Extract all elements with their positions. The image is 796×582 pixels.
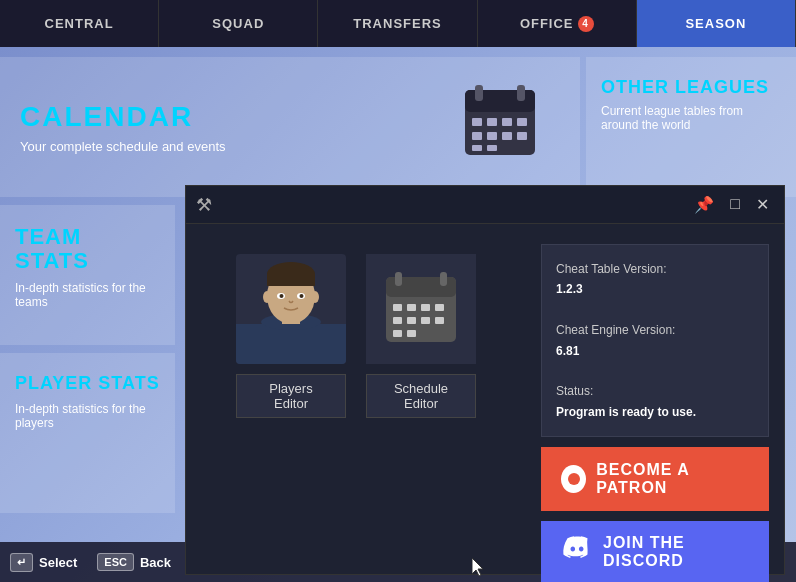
nav-season[interactable]: SEASON — [637, 0, 796, 47]
cheat-engine-version-label: Cheat Engine Version: — [556, 320, 754, 340]
back-label: Back — [140, 555, 171, 570]
calendar-title: CALENDAR — [20, 101, 226, 133]
back-key-icon: ESC — [97, 553, 134, 571]
player-stats-card[interactable]: PLAYER STATS In-depth statistics for the… — [0, 353, 175, 513]
nav-transfers-label: TRANSFERS — [353, 16, 441, 31]
select-btn[interactable]: ↵ Select — [10, 553, 77, 572]
pin-icon[interactable]: 📌 — [689, 193, 719, 216]
svg-point-22 — [280, 294, 284, 298]
top-navigation: CENTRAL SQUAD TRANSFERS OFFICE 4 SEASON — [0, 0, 796, 47]
calendar-subtitle: Your complete schedule and events — [20, 139, 226, 154]
svg-point-24 — [263, 291, 271, 303]
svg-rect-2 — [475, 85, 483, 101]
editors-panel: Players Editor — [186, 224, 526, 574]
svg-rect-38 — [393, 330, 402, 337]
svg-rect-6 — [502, 118, 512, 126]
discord-label: JOIN THEDISCORD — [603, 534, 685, 570]
other-leagues-title: OTHER LEAGUES — [601, 77, 781, 98]
team-stats-title: TEAMSTATS — [15, 225, 160, 273]
svg-rect-35 — [407, 317, 416, 324]
svg-rect-5 — [487, 118, 497, 126]
nav-central[interactable]: CENTRAL — [0, 0, 159, 47]
player-stats-subtitle: In-depth statistics for the players — [15, 402, 160, 430]
svg-point-25 — [311, 291, 319, 303]
cheat-engine-modal: ⚒ 📌 □ ✕ — [185, 185, 785, 575]
info-panel: Cheat Table Version: 1.2.3 Cheat Engine … — [526, 224, 784, 574]
svg-rect-30 — [393, 304, 402, 311]
svg-rect-12 — [472, 145, 482, 151]
cheat-table-version-value: 1.2.3 — [556, 279, 754, 299]
players-editor-label: Players Editor — [236, 374, 346, 418]
calendar-card[interactable]: CALENDAR Your complete schedule and even… — [0, 57, 580, 197]
svg-rect-10 — [502, 132, 512, 140]
wrench-icon: ⚒ — [196, 194, 212, 216]
schedule-editor-card[interactable]: Schedule Editor — [366, 254, 476, 418]
join-discord-button[interactable]: JOIN THEDISCORD — [541, 521, 769, 582]
team-stats-subtitle: In-depth statistics for the teams — [15, 281, 160, 309]
nav-squad[interactable]: SQUAD — [159, 0, 318, 47]
cheat-table-version-label: Cheat Table Version: — [556, 259, 754, 279]
cheat-engine-version-value: 6.81 — [556, 341, 754, 361]
player-avatar — [236, 254, 346, 364]
version-info-box: Cheat Table Version: 1.2.3 Cheat Engine … — [541, 244, 769, 437]
svg-rect-29 — [440, 272, 447, 286]
player-stats-title: PLAYER STATS — [15, 373, 160, 394]
svg-point-23 — [300, 294, 304, 298]
calendar-text: CALENDAR Your complete schedule and even… — [20, 101, 226, 154]
team-stats-card[interactable]: TEAMSTATS In-depth statistics for the te… — [0, 205, 175, 345]
patron-icon-dot — [568, 473, 580, 485]
other-leagues-subtitle: Current league tables from around the wo… — [601, 104, 781, 132]
modal-window-controls: 📌 □ ✕ — [689, 193, 774, 216]
other-leagues-card[interactable]: OTHER LEAGUES Current league tables from… — [586, 57, 796, 197]
svg-rect-32 — [421, 304, 430, 311]
svg-rect-39 — [407, 330, 416, 337]
svg-rect-7 — [517, 118, 527, 126]
modal-body: Players Editor — [186, 224, 784, 574]
svg-rect-28 — [395, 272, 402, 286]
discord-logo-icon — [561, 533, 593, 571]
office-badge: 4 — [578, 16, 594, 32]
modal-titlebar: ⚒ 📌 □ ✕ — [186, 186, 784, 224]
nav-office-label: OFFICE — [520, 16, 574, 31]
svg-rect-34 — [393, 317, 402, 324]
nav-season-label: SEASON — [685, 16, 746, 31]
calendar-icon — [460, 80, 540, 174]
status-label: Status: — [556, 381, 754, 401]
players-editor-card[interactable]: Players Editor — [236, 254, 346, 418]
select-key-icon: ↵ — [10, 553, 33, 572]
patron-label: BECOME A PATRON — [596, 461, 749, 497]
nav-squad-label: SQUAD — [212, 16, 264, 31]
svg-rect-36 — [421, 317, 430, 324]
back-btn[interactable]: ESC Back — [97, 553, 171, 571]
svg-rect-9 — [487, 132, 497, 140]
become-patron-button[interactable]: BECOME A PATRON — [541, 447, 769, 511]
svg-rect-13 — [487, 145, 497, 151]
patron-icon — [561, 465, 586, 493]
schedule-editor-label: Schedule Editor — [366, 374, 476, 418]
svg-rect-19 — [267, 274, 315, 286]
close-icon[interactable]: ✕ — [751, 193, 774, 216]
nav-transfers[interactable]: TRANSFERS — [318, 0, 477, 47]
schedule-icon-container — [366, 254, 476, 364]
svg-rect-33 — [435, 304, 444, 311]
status-value: Program is ready to use. — [556, 402, 754, 422]
maximize-icon[interactable]: □ — [725, 193, 745, 216]
svg-rect-3 — [517, 85, 525, 101]
svg-rect-4 — [472, 118, 482, 126]
nav-office[interactable]: OFFICE 4 — [478, 0, 637, 47]
svg-rect-8 — [472, 132, 482, 140]
svg-rect-11 — [517, 132, 527, 140]
svg-rect-31 — [407, 304, 416, 311]
svg-rect-37 — [435, 317, 444, 324]
nav-central-label: CENTRAL — [45, 16, 114, 31]
select-label: Select — [39, 555, 77, 570]
